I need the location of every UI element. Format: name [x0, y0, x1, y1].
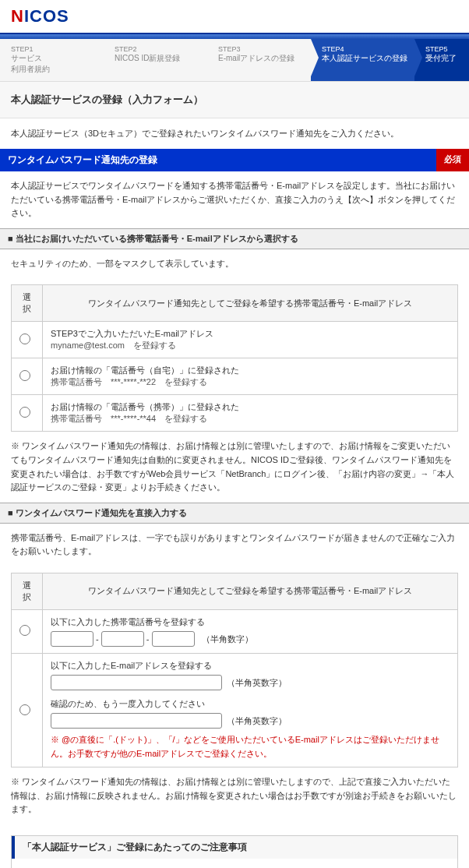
phone-part1-input[interactable] [51, 631, 93, 647]
row-text: STEP3でご入力いただいたE-mailアドレス [51, 328, 450, 340]
logo-rest: ICOS [24, 6, 69, 26]
table-row: お届け情報の「電話番号（自宅）」に登録された携帯電話番号 ***-****-**… [12, 358, 458, 395]
step-2: STEP2NICOS ID新規登録 [104, 39, 207, 81]
row-subtext: 携帯電話番号 ***-****-**22 を登録する [51, 376, 450, 388]
radio-phone-mobile[interactable] [19, 407, 30, 418]
email-warning: ※ @の直後に「.(ドット)」、「/」などをご使用いただいているE-mailアド… [51, 733, 450, 760]
logo: NICOS [0, 0, 469, 34]
phone-part2-input[interactable] [101, 631, 144, 647]
section-header-label: ワンタイムパスワード通知先の登録 [8, 154, 157, 165]
hint-digits: （半角数字） [202, 634, 253, 644]
table-row: STEP3でご入力いただいたE-mailアドレスmyname@test.com … [12, 322, 458, 358]
table-row: お届け情報の「電話番号（携帯）」に登録された携帯電話番号 ***-****-**… [12, 395, 458, 432]
row-text: お届け情報の「電話番号（自宅）」に登録された [51, 365, 450, 376]
options-table-registered: 選択 ワンタイムパスワード通知先としてご登録を希望する携帯電話番号・E-mail… [11, 284, 458, 432]
intro-text: 本人認証サービス（3Dセキュア）でご登録されたいワンタイムパスワード通知先をご入… [0, 118, 469, 149]
note-registered: ワンタイムパスワード通知先の情報は、お届け情報とは別に管理いたしますので、お届け… [0, 432, 469, 502]
section-header-otp: ワンタイムパスワード通知先の登録 必須 [0, 149, 469, 171]
radio-phone-home[interactable] [19, 370, 30, 381]
col-select: 選択 [12, 573, 43, 609]
row-text: お届け情報の「電話番号（携帯）」に登録された [51, 401, 450, 413]
table-row: 以下に入力したE-mailアドレスを登録する （半角英数字） 確認のため、もう一… [12, 653, 458, 767]
row-text: 以下に入力したE-mailアドレスを登録する [51, 660, 450, 672]
step-indicator: STEP1サービス 利用者規約 STEP2NICOS ID新規登録 STEP3E… [0, 39, 469, 82]
radio-email-registered[interactable] [19, 333, 30, 344]
col-select: 選択 [12, 285, 43, 322]
section-desc: 本人認証サービスでワンタイムパスワードを通知する携帯電話番号・E-mailアドレ… [0, 171, 469, 228]
options-table-direct: 選択 ワンタイムパスワード通知先としてご登録を希望する携帯電話番号・E-mail… [11, 573, 458, 767]
table-row: 以下に入力した携帯電話番号を登録する - - （半角数字） [12, 609, 458, 653]
note-direct: ワンタイムパスワード通知先の情報は、お届け情報とは別に管理いたしますので、上記で… [0, 767, 469, 824]
hint-alnum: （半角英数字） [227, 678, 287, 687]
step-5: STEP5受付完了 [414, 39, 469, 81]
step-4-active: STEP4本人認証サービスの登録 [311, 39, 414, 81]
subsection-select-registered: 当社にお届けいただいている携帯電話番号・E-mailアドレスから選択する [0, 228, 469, 249]
logo-char-n: N [11, 6, 24, 26]
hint-alnum: （半角英数字） [227, 716, 287, 725]
col-desc: ワンタイムパスワード通知先としてご登録を希望する携帯電話番号・E-mailアドレ… [43, 285, 458, 322]
subsection-direct-input: ワンタイムパスワード通知先を直接入力する [0, 503, 469, 524]
mask-note: セキュリティのため、一部をマスクして表示しています。 [0, 249, 469, 279]
step-3: STEP3E-mailアドレスの登録 [207, 39, 311, 81]
radio-direct-email[interactable] [19, 704, 30, 715]
row-text: 以下に入力した携帯電話番号を登録する [51, 616, 450, 628]
step-1: STEP1サービス 利用者規約 [0, 39, 104, 81]
direct-lead: 携帯電話番号、E-mailアドレスは、一字でも誤りがありますとワンタイムパスワー… [0, 524, 469, 566]
email-confirm-input[interactable] [51, 713, 222, 729]
email-input[interactable] [51, 675, 222, 690]
radio-direct-phone[interactable] [19, 625, 30, 636]
col-desc: ワンタイムパスワード通知先としてご登録を希望する携帯電話番号・E-mailアドレ… [43, 573, 458, 609]
row-confirm-label: 確認のため、もう一度入力してください [51, 698, 450, 710]
required-badge: 必須 [436, 149, 469, 171]
page-title: 本人認証サービスの登録（入力フォーム） [0, 82, 469, 118]
caution-title: 「本人認証サービス」ご登録にあたってのご注意事項 [12, 836, 457, 859]
caution-box: 「本人認証サービス」ご登録にあたってのご注意事項 迷惑メール対策のため、受信可能… [11, 835, 458, 868]
row-subtext: 携帯電話番号 ***-****-**44 を登録する [51, 413, 450, 425]
row-subtext: myname@test.com を登録する [51, 340, 450, 351]
phone-part3-input[interactable] [152, 631, 195, 647]
